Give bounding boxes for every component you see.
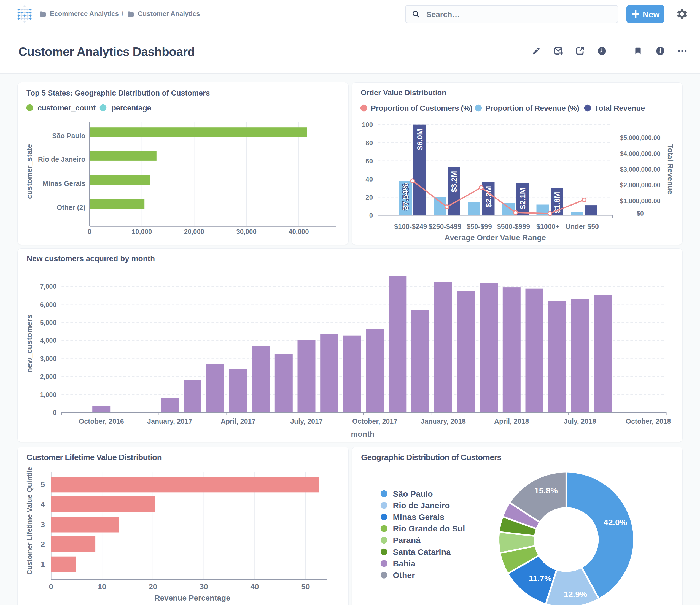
svg-text:$3.2M: $3.2M [450, 171, 458, 193]
svg-text:$4,000,000.00: $4,000,000.00 [620, 150, 660, 157]
svg-text:Rio Grande do Sul: Rio Grande do Sul [393, 524, 465, 533]
svg-text:October, 2016: October, 2016 [79, 418, 124, 425]
svg-text:20: 20 [366, 194, 373, 201]
svg-text:Under $50: Under $50 [566, 223, 599, 230]
svg-text:New customers acquired by mont: New customers acquired by month [27, 254, 155, 263]
svg-text:20,000: 20,000 [184, 228, 204, 235]
svg-text:Top 5 States: Geographic Distr: Top 5 States: Geographic Distribution of… [26, 89, 210, 97]
svg-text:customer_state: customer_state [25, 144, 34, 199]
svg-text:30,000: 30,000 [236, 228, 256, 235]
svg-text:Customer Lifetime Value Quinti: Customer Lifetime Value Quintile [26, 467, 33, 575]
svg-text:October, 2017: October, 2017 [352, 418, 397, 425]
svg-text:0: 0 [53, 409, 56, 416]
svg-text:37.54%: 37.54% [401, 183, 410, 210]
svg-text:$2.1M: $2.1M [518, 187, 527, 209]
svg-text:40: 40 [251, 582, 259, 591]
svg-text:Minas Gerais: Minas Gerais [43, 180, 85, 187]
svg-text:percentage: percentage [111, 104, 151, 112]
svg-text:$0: $0 [636, 210, 644, 217]
svg-text:$500-$999: $500-$999 [497, 223, 530, 230]
svg-text:$50-$99: $50-$99 [467, 223, 492, 230]
svg-text:July, 2017: July, 2017 [290, 418, 323, 425]
svg-text:6,000: 6,000 [40, 301, 56, 308]
svg-text:Minas Gerais: Minas Gerais [393, 512, 445, 522]
svg-text:Santa Catarina: Santa Catarina [393, 548, 451, 556]
svg-text:4,000: 4,000 [40, 337, 56, 344]
svg-text:$6.0M: $6.0M [416, 129, 424, 150]
svg-text:São Paulo: São Paulo [52, 132, 85, 140]
svg-text:7,000: 7,000 [40, 283, 56, 290]
svg-text:Order Value Distribution: Order Value Distribution [361, 89, 447, 97]
svg-text:$100-$249: $100-$249 [394, 223, 427, 230]
svg-text:4: 4 [41, 500, 45, 509]
svg-text:2: 2 [41, 540, 45, 549]
svg-text:$1,000,000.00: $1,000,000.00 [620, 198, 660, 205]
svg-text:Rio de Janeiro: Rio de Janeiro [38, 155, 85, 163]
svg-text:$5,000,000.00: $5,000,000.00 [620, 134, 660, 141]
svg-text:Paraná: Paraná [393, 535, 421, 545]
svg-text:5: 5 [41, 480, 45, 489]
svg-text:Other: Other [393, 571, 415, 580]
svg-text:40: 40 [366, 176, 373, 183]
svg-text:customer_count: customer_count [38, 104, 96, 112]
svg-text:$2,000,000.00: $2,000,000.00 [620, 181, 660, 189]
svg-text:$3,000,000.00: $3,000,000.00 [620, 166, 660, 173]
svg-text:40,000: 40,000 [289, 228, 309, 235]
svg-text:1,000: 1,000 [40, 391, 56, 398]
svg-text:Customer Lifetime Value Distri: Customer Lifetime Value Distribution [26, 453, 162, 462]
svg-text:Proportion of Customers (%): Proportion of Customers (%) [371, 104, 472, 112]
svg-text:Geographic Distribution of Cus: Geographic Distribution of Customers [361, 453, 501, 462]
svg-text:2,000: 2,000 [40, 373, 56, 380]
svg-text:50: 50 [301, 582, 310, 591]
svg-text:20: 20 [149, 582, 157, 591]
svg-text:Total Revenue: Total Revenue [595, 104, 645, 112]
svg-text:0: 0 [369, 211, 373, 219]
svg-text:0: 0 [88, 228, 91, 235]
svg-text:15.8%: 15.8% [534, 486, 558, 495]
svg-text:October, 2018: October, 2018 [626, 418, 671, 425]
svg-text:10,000: 10,000 [132, 228, 152, 235]
svg-text:$1000+: $1000+ [536, 223, 559, 230]
svg-text:Revenue Percentage: Revenue Percentage [154, 594, 230, 602]
svg-text:April, 2018: April, 2018 [494, 418, 529, 425]
svg-text:5,000: 5,000 [40, 319, 56, 326]
svg-text:April, 2017: April, 2017 [221, 418, 255, 425]
svg-text:80: 80 [366, 139, 373, 147]
svg-text:3,000: 3,000 [40, 355, 56, 362]
svg-text:month: month [351, 430, 375, 438]
svg-text:Total Revenue: Total Revenue [666, 144, 674, 195]
svg-text:July, 2018: July, 2018 [564, 418, 596, 425]
svg-text:Bahia: Bahia [393, 559, 416, 568]
svg-text:new_customers: new_customers [25, 314, 34, 373]
svg-text:30: 30 [200, 582, 208, 591]
svg-text:Rio de Janeiro: Rio de Janeiro [393, 501, 450, 510]
svg-text:12.9%: 12.9% [564, 589, 587, 599]
svg-text:January, 2018: January, 2018 [421, 418, 466, 425]
svg-text:January, 2017: January, 2017 [147, 418, 192, 425]
svg-text:Average Order Value Range: Average Order Value Range [445, 233, 546, 242]
svg-text:$2.2M: $2.2M [484, 186, 493, 207]
svg-text:3: 3 [41, 521, 45, 529]
svg-text:0: 0 [49, 582, 53, 591]
svg-text:42.0%: 42.0% [603, 518, 627, 527]
svg-text:100: 100 [362, 121, 373, 128]
svg-text:10: 10 [98, 582, 106, 591]
svg-text:São Paulo: São Paulo [393, 489, 433, 498]
svg-text:$250-$499: $250-$499 [428, 223, 461, 230]
svg-text:1: 1 [41, 560, 45, 569]
svg-text:Proportion of Revenue (%): Proportion of Revenue (%) [485, 104, 579, 112]
svg-text:60: 60 [366, 157, 373, 165]
svg-text:11.7%: 11.7% [529, 574, 551, 583]
svg-text:Other (2): Other (2) [57, 204, 85, 211]
